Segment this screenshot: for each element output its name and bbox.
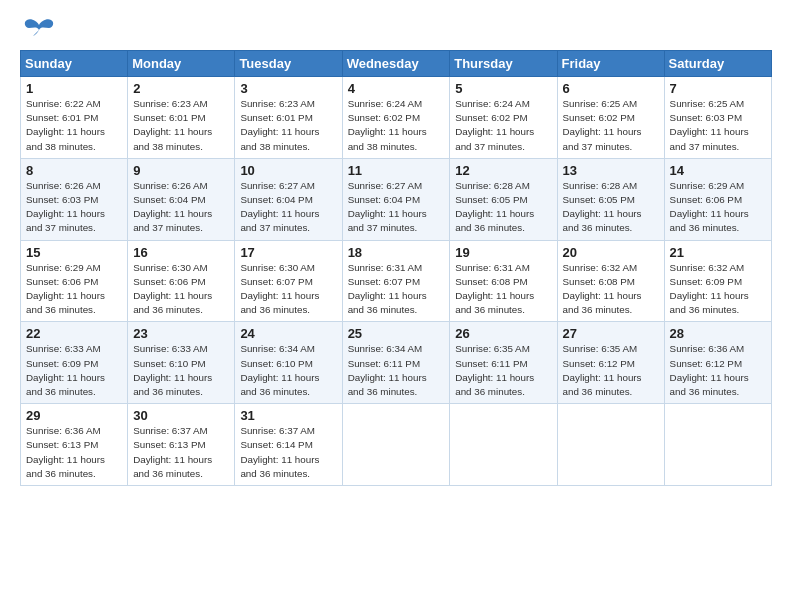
day-number: 30: [133, 408, 229, 423]
day-number: 13: [563, 163, 659, 178]
calendar-cell: 19Sunrise: 6:31 AM Sunset: 6:08 PM Dayli…: [450, 240, 557, 322]
calendar-table: SundayMondayTuesdayWednesdayThursdayFrid…: [20, 50, 772, 486]
header: [20, 18, 772, 40]
day-info: Sunrise: 6:34 AM Sunset: 6:10 PM Dayligh…: [240, 342, 336, 399]
calendar-cell: 23Sunrise: 6:33 AM Sunset: 6:10 PM Dayli…: [128, 322, 235, 404]
day-info: Sunrise: 6:25 AM Sunset: 6:03 PM Dayligh…: [670, 97, 766, 154]
day-info: Sunrise: 6:36 AM Sunset: 6:12 PM Dayligh…: [670, 342, 766, 399]
day-info: Sunrise: 6:29 AM Sunset: 6:06 PM Dayligh…: [26, 261, 122, 318]
day-number: 9: [133, 163, 229, 178]
calendar-cell: 7Sunrise: 6:25 AM Sunset: 6:03 PM Daylig…: [664, 77, 771, 159]
day-of-week-header: Friday: [557, 51, 664, 77]
calendar-cell: 9Sunrise: 6:26 AM Sunset: 6:04 PM Daylig…: [128, 158, 235, 240]
calendar-cell: 28Sunrise: 6:36 AM Sunset: 6:12 PM Dayli…: [664, 322, 771, 404]
day-of-week-header-row: SundayMondayTuesdayWednesdayThursdayFrid…: [21, 51, 772, 77]
calendar-cell: 25Sunrise: 6:34 AM Sunset: 6:11 PM Dayli…: [342, 322, 450, 404]
day-of-week-header: Tuesday: [235, 51, 342, 77]
day-number: 14: [670, 163, 766, 178]
day-info: Sunrise: 6:33 AM Sunset: 6:09 PM Dayligh…: [26, 342, 122, 399]
day-info: Sunrise: 6:36 AM Sunset: 6:13 PM Dayligh…: [26, 424, 122, 481]
day-of-week-header: Wednesday: [342, 51, 450, 77]
day-number: 7: [670, 81, 766, 96]
calendar-cell: 16Sunrise: 6:30 AM Sunset: 6:06 PM Dayli…: [128, 240, 235, 322]
day-number: 17: [240, 245, 336, 260]
day-info: Sunrise: 6:32 AM Sunset: 6:08 PM Dayligh…: [563, 261, 659, 318]
calendar-cell: 31Sunrise: 6:37 AM Sunset: 6:14 PM Dayli…: [235, 404, 342, 486]
calendar-cell: [450, 404, 557, 486]
day-number: 27: [563, 326, 659, 341]
day-number: 25: [348, 326, 445, 341]
day-number: 19: [455, 245, 551, 260]
calendar-week-row: 15Sunrise: 6:29 AM Sunset: 6:06 PM Dayli…: [21, 240, 772, 322]
page: SundayMondayTuesdayWednesdayThursdayFrid…: [0, 0, 792, 612]
calendar-cell: 20Sunrise: 6:32 AM Sunset: 6:08 PM Dayli…: [557, 240, 664, 322]
calendar-cell: 12Sunrise: 6:28 AM Sunset: 6:05 PM Dayli…: [450, 158, 557, 240]
day-of-week-header: Monday: [128, 51, 235, 77]
calendar-cell: 17Sunrise: 6:30 AM Sunset: 6:07 PM Dayli…: [235, 240, 342, 322]
day-number: 26: [455, 326, 551, 341]
calendar-cell: 4Sunrise: 6:24 AM Sunset: 6:02 PM Daylig…: [342, 77, 450, 159]
day-info: Sunrise: 6:29 AM Sunset: 6:06 PM Dayligh…: [670, 179, 766, 236]
day-number: 12: [455, 163, 551, 178]
day-info: Sunrise: 6:26 AM Sunset: 6:04 PM Dayligh…: [133, 179, 229, 236]
day-of-week-header: Thursday: [450, 51, 557, 77]
day-number: 10: [240, 163, 336, 178]
calendar-body: 1Sunrise: 6:22 AM Sunset: 6:01 PM Daylig…: [21, 77, 772, 486]
day-info: Sunrise: 6:37 AM Sunset: 6:13 PM Dayligh…: [133, 424, 229, 481]
day-number: 6: [563, 81, 659, 96]
day-info: Sunrise: 6:35 AM Sunset: 6:12 PM Dayligh…: [563, 342, 659, 399]
day-number: 4: [348, 81, 445, 96]
day-number: 1: [26, 81, 122, 96]
day-info: Sunrise: 6:30 AM Sunset: 6:06 PM Dayligh…: [133, 261, 229, 318]
calendar-cell: [664, 404, 771, 486]
day-info: Sunrise: 6:31 AM Sunset: 6:07 PM Dayligh…: [348, 261, 445, 318]
calendar-cell: 1Sunrise: 6:22 AM Sunset: 6:01 PM Daylig…: [21, 77, 128, 159]
calendar-cell: [557, 404, 664, 486]
calendar-week-row: 1Sunrise: 6:22 AM Sunset: 6:01 PM Daylig…: [21, 77, 772, 159]
day-number: 24: [240, 326, 336, 341]
day-number: 29: [26, 408, 122, 423]
day-number: 2: [133, 81, 229, 96]
calendar-cell: 3Sunrise: 6:23 AM Sunset: 6:01 PM Daylig…: [235, 77, 342, 159]
day-number: 21: [670, 245, 766, 260]
day-info: Sunrise: 6:37 AM Sunset: 6:14 PM Dayligh…: [240, 424, 336, 481]
calendar-week-row: 29Sunrise: 6:36 AM Sunset: 6:13 PM Dayli…: [21, 404, 772, 486]
day-number: 31: [240, 408, 336, 423]
calendar-cell: 21Sunrise: 6:32 AM Sunset: 6:09 PM Dayli…: [664, 240, 771, 322]
calendar-cell: [342, 404, 450, 486]
day-info: Sunrise: 6:32 AM Sunset: 6:09 PM Dayligh…: [670, 261, 766, 318]
day-number: 16: [133, 245, 229, 260]
calendar-cell: 24Sunrise: 6:34 AM Sunset: 6:10 PM Dayli…: [235, 322, 342, 404]
day-info: Sunrise: 6:33 AM Sunset: 6:10 PM Dayligh…: [133, 342, 229, 399]
day-info: Sunrise: 6:26 AM Sunset: 6:03 PM Dayligh…: [26, 179, 122, 236]
day-info: Sunrise: 6:24 AM Sunset: 6:02 PM Dayligh…: [348, 97, 445, 154]
calendar-cell: 13Sunrise: 6:28 AM Sunset: 6:05 PM Dayli…: [557, 158, 664, 240]
day-info: Sunrise: 6:34 AM Sunset: 6:11 PM Dayligh…: [348, 342, 445, 399]
calendar-cell: 29Sunrise: 6:36 AM Sunset: 6:13 PM Dayli…: [21, 404, 128, 486]
day-number: 18: [348, 245, 445, 260]
calendar-cell: 30Sunrise: 6:37 AM Sunset: 6:13 PM Dayli…: [128, 404, 235, 486]
calendar-cell: 18Sunrise: 6:31 AM Sunset: 6:07 PM Dayli…: [342, 240, 450, 322]
day-of-week-header: Sunday: [21, 51, 128, 77]
day-number: 11: [348, 163, 445, 178]
day-info: Sunrise: 6:35 AM Sunset: 6:11 PM Dayligh…: [455, 342, 551, 399]
day-number: 3: [240, 81, 336, 96]
day-info: Sunrise: 6:27 AM Sunset: 6:04 PM Dayligh…: [240, 179, 336, 236]
day-info: Sunrise: 6:28 AM Sunset: 6:05 PM Dayligh…: [563, 179, 659, 236]
day-of-week-header: Saturday: [664, 51, 771, 77]
calendar-cell: 15Sunrise: 6:29 AM Sunset: 6:06 PM Dayli…: [21, 240, 128, 322]
calendar-cell: 8Sunrise: 6:26 AM Sunset: 6:03 PM Daylig…: [21, 158, 128, 240]
calendar-week-row: 8Sunrise: 6:26 AM Sunset: 6:03 PM Daylig…: [21, 158, 772, 240]
day-info: Sunrise: 6:23 AM Sunset: 6:01 PM Dayligh…: [240, 97, 336, 154]
calendar-cell: 2Sunrise: 6:23 AM Sunset: 6:01 PM Daylig…: [128, 77, 235, 159]
day-number: 15: [26, 245, 122, 260]
day-info: Sunrise: 6:24 AM Sunset: 6:02 PM Dayligh…: [455, 97, 551, 154]
calendar-cell: 14Sunrise: 6:29 AM Sunset: 6:06 PM Dayli…: [664, 158, 771, 240]
logo: [20, 18, 55, 40]
bird-icon: [23, 18, 55, 40]
day-number: 20: [563, 245, 659, 260]
day-info: Sunrise: 6:28 AM Sunset: 6:05 PM Dayligh…: [455, 179, 551, 236]
day-info: Sunrise: 6:22 AM Sunset: 6:01 PM Dayligh…: [26, 97, 122, 154]
day-number: 28: [670, 326, 766, 341]
calendar-cell: 26Sunrise: 6:35 AM Sunset: 6:11 PM Dayli…: [450, 322, 557, 404]
